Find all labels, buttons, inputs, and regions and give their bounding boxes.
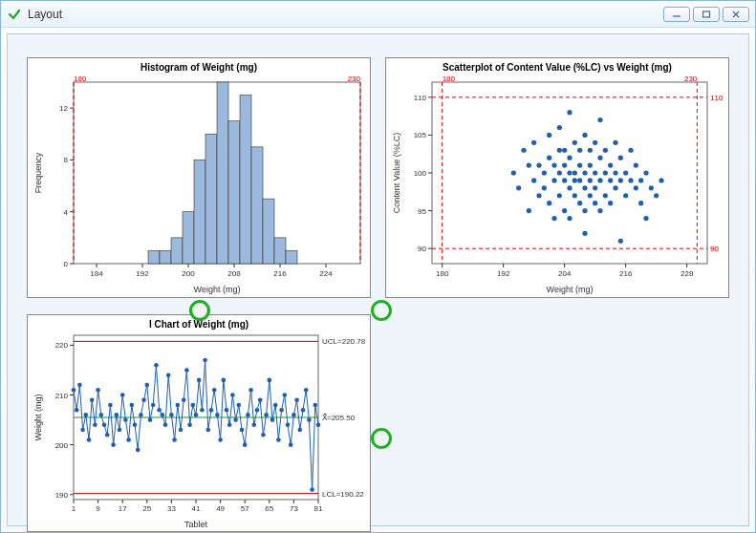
layout-canvas[interactable]: Histogram of Weight (mg) 180230184192200… xyxy=(7,33,749,526)
scatter-point xyxy=(557,148,562,153)
maximize-button[interactable] xyxy=(693,7,720,22)
ichart-point xyxy=(157,408,162,413)
ichart-point xyxy=(222,378,227,383)
window-controls xyxy=(663,7,749,22)
ichart-point xyxy=(84,413,89,417)
ichart-point xyxy=(184,368,189,373)
scatter-point xyxy=(638,178,643,182)
svg-text:216: 216 xyxy=(619,269,633,278)
ichart-point xyxy=(283,393,288,397)
scatter-point xyxy=(527,208,531,213)
ichart-chart[interactable]: I Chart of Weight (mg) UCL=220.78X̄=205.… xyxy=(27,314,371,532)
svg-text:184: 184 xyxy=(90,269,103,278)
histogram-bar xyxy=(194,160,205,264)
scatter-point xyxy=(634,162,638,167)
center-label: X̄=205.50 xyxy=(322,414,356,422)
ichart-point xyxy=(87,437,92,442)
histogram-bar xyxy=(286,250,297,264)
histogram-bar xyxy=(217,82,228,264)
ichart-point xyxy=(80,428,85,433)
ichart-point xyxy=(268,378,272,383)
scatter-point xyxy=(623,170,628,175)
ichart-point xyxy=(133,423,138,428)
svg-text:216: 216 xyxy=(273,269,287,278)
scatter-point xyxy=(603,148,608,153)
ichart-point xyxy=(154,363,159,368)
scatter-point xyxy=(593,140,597,145)
ichart-point xyxy=(227,423,232,428)
svg-text:12: 12 xyxy=(59,104,68,113)
svg-text:17: 17 xyxy=(119,504,127,513)
scatter-point xyxy=(551,162,556,167)
ichart-point xyxy=(187,423,192,428)
layout-resize-handle[interactable] xyxy=(371,300,392,321)
svg-text:180: 180 xyxy=(436,269,449,278)
scatter-point xyxy=(572,193,577,198)
histogram-bar xyxy=(274,238,286,264)
svg-text:Tablet: Tablet xyxy=(184,520,208,529)
titlebar[interactable]: Layout xyxy=(1,1,755,28)
scatter-point xyxy=(572,140,577,145)
ichart-point xyxy=(172,437,177,442)
scatter-point xyxy=(582,133,587,138)
svg-text:25: 25 xyxy=(142,504,151,513)
svg-text:Weight (mg): Weight (mg) xyxy=(33,394,43,441)
scatter-point xyxy=(531,178,536,182)
ichart-point xyxy=(255,408,260,413)
ichart-point xyxy=(130,403,135,408)
scatter-point xyxy=(582,170,587,175)
histogram-bar xyxy=(171,238,183,264)
scatter-point xyxy=(597,117,602,122)
scatter-point xyxy=(623,193,628,198)
ichart-point xyxy=(191,403,196,408)
histogram-bar xyxy=(251,147,263,264)
ichart-point xyxy=(72,388,76,393)
minimize-button[interactable] xyxy=(663,7,690,22)
svg-rect-1 xyxy=(703,11,710,17)
scatter-point xyxy=(536,162,541,167)
scatter-point xyxy=(567,216,572,221)
ichart-point xyxy=(313,403,318,408)
ichart-point xyxy=(99,413,104,417)
ichart-point xyxy=(230,393,235,397)
ichart-point xyxy=(139,413,143,417)
scatter-point xyxy=(588,178,593,182)
ichart-point xyxy=(273,403,278,408)
y-axis-label: Frequency xyxy=(33,152,43,193)
scatter-point xyxy=(551,178,556,182)
scatter-point xyxy=(613,170,617,175)
scatter-point xyxy=(577,148,582,153)
scatter-point xyxy=(613,185,617,190)
scatter-point xyxy=(643,216,648,221)
svg-text:9: 9 xyxy=(96,504,100,513)
histogram-chart[interactable]: Histogram of Weight (mg) 180230184192200… xyxy=(27,57,371,298)
scatter-point xyxy=(603,193,608,198)
layout-resize-handle[interactable] xyxy=(189,300,210,321)
layout-resize-handle[interactable] xyxy=(371,428,392,449)
scatter-point xyxy=(618,178,623,182)
histogram-bar xyxy=(160,250,171,264)
svg-text:41: 41 xyxy=(192,504,201,513)
scatter-point xyxy=(643,170,648,175)
svg-text:57: 57 xyxy=(241,504,249,513)
ichart-point xyxy=(304,388,309,393)
ichart-point xyxy=(176,403,181,408)
svg-text:100: 100 xyxy=(414,169,427,178)
scatter-point xyxy=(588,148,593,153)
chart-title: Scatterplot of Content Value (%LC) vs We… xyxy=(386,58,728,73)
svg-text:90: 90 xyxy=(710,245,719,253)
scatter-chart[interactable]: Scatterplot of Content Value (%LC) vs We… xyxy=(385,57,729,298)
ichart-point xyxy=(197,378,202,383)
scatter-point xyxy=(618,156,623,160)
close-button[interactable] xyxy=(723,7,749,22)
scatter-point xyxy=(588,162,593,167)
scatter-point xyxy=(547,201,551,205)
svg-text:192: 192 xyxy=(497,269,510,278)
scatter-point xyxy=(511,170,516,175)
scatter-point xyxy=(557,125,562,130)
ichart-point xyxy=(102,423,107,428)
ichart-point xyxy=(258,397,263,402)
scatter-point xyxy=(527,162,531,167)
ichart-point xyxy=(111,442,116,447)
svg-text:208: 208 xyxy=(227,269,241,278)
